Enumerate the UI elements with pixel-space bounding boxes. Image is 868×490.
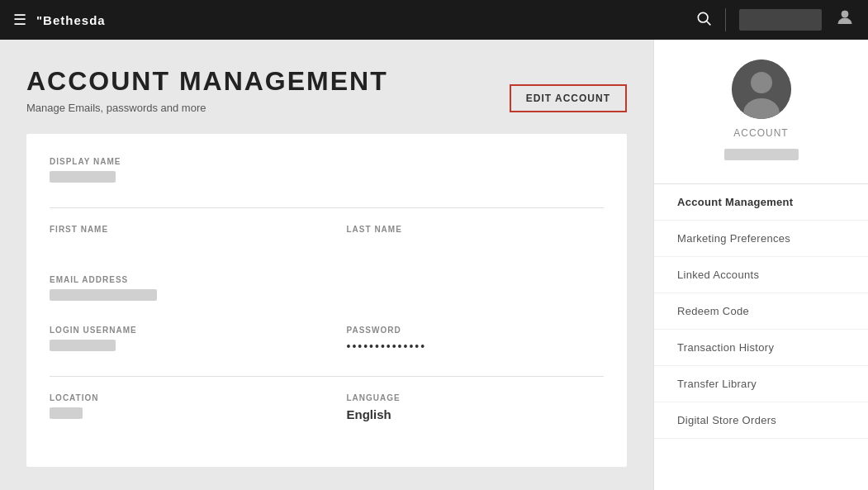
location-language-row: Location Language English: [50, 393, 604, 424]
nav-divider: [725, 8, 726, 31]
display-name-label: Display Name: [50, 157, 604, 166]
form-divider-1: [50, 207, 604, 208]
password-value: ••••••••••••••: [347, 340, 605, 356]
edit-account-button[interactable]: Edit Account: [510, 84, 627, 112]
form-divider-2: [50, 376, 604, 377]
profile-section: Account: [654, 59, 868, 184]
sidebar: Account Account Management Marketing Pre…: [653, 40, 868, 490]
display-name-group: Display Name: [50, 157, 604, 188]
svg-point-4: [751, 72, 772, 93]
avatar-svg: [732, 59, 791, 119]
svg-point-0: [698, 12, 708, 22]
main-content: Account Management Manage Emails, passwo…: [0, 40, 653, 490]
nav-left: ☰ "Bethesda: [13, 11, 106, 29]
credentials-row: Login Username Password ••••••••••••••: [50, 326, 604, 356]
display-name-value: [50, 171, 604, 188]
email-group: Email Address: [50, 275, 604, 306]
sidebar-item-linked-accounts[interactable]: Linked Accounts: [654, 257, 868, 293]
last-name-group: Last Name: [347, 225, 605, 255]
avatar: [732, 59, 791, 119]
location-value: [50, 407, 307, 424]
form-card: Display Name First Name Last Name: [26, 134, 627, 467]
first-name-value: [50, 239, 307, 255]
sidebar-item-transaction-history[interactable]: Transaction History: [654, 330, 868, 366]
username-placeholder: [50, 340, 116, 351]
last-name-value: [347, 239, 605, 255]
sidebar-item-marketing-preferences[interactable]: Marketing Preferences: [654, 221, 868, 257]
first-name-label: First Name: [50, 225, 307, 234]
svg-line-1: [707, 21, 711, 25]
username-label: Login Username: [50, 326, 307, 335]
sidebar-item-digital-store-orders[interactable]: Digital Store Orders: [654, 402, 868, 439]
main-layout: Account Management Manage Emails, passwo…: [0, 40, 868, 490]
language-group: Language English: [347, 393, 605, 424]
username-group: Login Username: [50, 326, 307, 356]
location-label: Location: [50, 393, 307, 402]
email-row: Email Address: [50, 275, 604, 306]
account-name-placeholder: [724, 149, 799, 160]
email-label: Email Address: [50, 275, 604, 284]
sidebar-item-account-management[interactable]: Account Management: [654, 184, 868, 221]
first-name-group: First Name: [50, 225, 307, 255]
account-label: Account: [733, 127, 788, 139]
hamburger-icon[interactable]: ☰: [13, 11, 26, 29]
search-icon[interactable]: [695, 10, 712, 31]
nav-right: [695, 7, 855, 32]
language-value: English: [347, 407, 605, 424]
display-name-row: Display Name: [50, 157, 604, 188]
svg-point-2: [842, 11, 848, 17]
search-input-placeholder[interactable]: [739, 9, 822, 31]
username-value: [50, 340, 307, 356]
email-placeholder: [50, 289, 157, 301]
last-name-label: Last Name: [347, 225, 605, 234]
display-name-placeholder: [50, 171, 116, 183]
sidebar-item-transfer-library[interactable]: Transfer Library: [654, 366, 868, 402]
top-navigation: ☰ "Bethesda: [0, 0, 868, 40]
sidebar-item-redeem-code[interactable]: Redeem Code: [654, 293, 868, 330]
language-label: Language: [347, 393, 605, 402]
location-placeholder: [50, 407, 83, 419]
name-row: First Name Last Name: [50, 225, 604, 255]
email-value: [50, 289, 604, 306]
sidebar-nav: Account Management Marketing Preferences…: [654, 184, 868, 439]
location-group: Location: [50, 393, 307, 424]
password-group: Password ••••••••••••••: [347, 326, 605, 356]
brand-logo: "Bethesda: [36, 13, 106, 27]
password-label: Password: [347, 326, 605, 335]
user-profile-icon[interactable]: [835, 7, 855, 32]
